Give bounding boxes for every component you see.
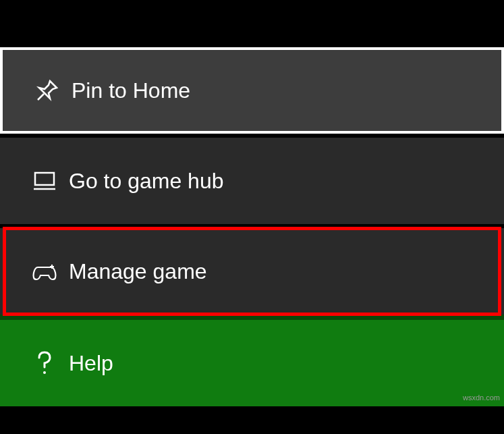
menu-item-label: Help bbox=[69, 351, 113, 376]
spacer bbox=[0, 0, 504, 47]
watermark: wsxdn.com bbox=[463, 394, 500, 402]
menu-item-label: Pin to Home bbox=[72, 78, 190, 103]
controller-icon bbox=[20, 259, 69, 283]
menu-item-help[interactable]: Help bbox=[0, 320, 504, 406]
highlight-wrapper: Manage game bbox=[0, 228, 504, 315]
gap bbox=[0, 315, 504, 320]
menu-item-manage-game[interactable]: Manage game bbox=[0, 228, 504, 315]
menu-item-label: Manage game bbox=[69, 259, 207, 284]
hub-icon bbox=[20, 169, 69, 193]
svg-point-5 bbox=[43, 371, 46, 374]
question-icon bbox=[20, 350, 69, 377]
svg-line-0 bbox=[38, 94, 44, 100]
pin-icon bbox=[23, 78, 72, 103]
menu-item-pin-to-home[interactable]: Pin to Home bbox=[0, 47, 504, 134]
svg-rect-1 bbox=[35, 173, 54, 185]
menu-item-game-hub[interactable]: Go to game hub bbox=[0, 138, 504, 224]
context-menu: Pin to Home Go to game hub Manage game bbox=[0, 0, 504, 406]
menu-item-label: Go to game hub bbox=[69, 169, 223, 194]
